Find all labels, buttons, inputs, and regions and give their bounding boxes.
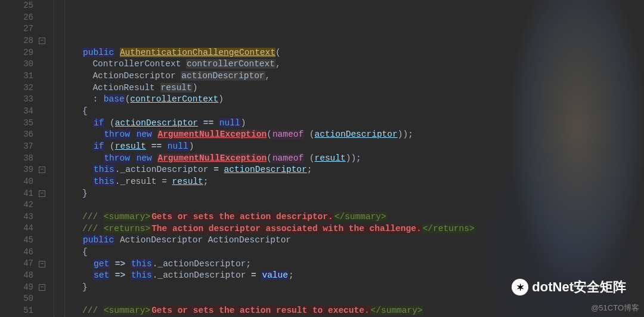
line-number: 41 [0,188,33,200]
code-line[interactable]: this._result = result; [49,176,644,188]
fold-toggle-icon[interactable]: − [39,284,45,291]
code-line[interactable]: throw new ArgumentNullException(nameof (… [49,153,644,165]
line-number: 48 [0,270,33,282]
fold-toggle-icon[interactable]: − [39,190,45,197]
code-line[interactable]: this._actionDescriptor = actionDescripto… [49,164,644,176]
line-number: 38 [0,153,33,165]
code-line[interactable]: { [49,106,644,118]
fold-column[interactable]: −−−−− [37,0,49,317]
line-number: 34 [0,106,33,118]
code-line[interactable]: ControllerContext controllerContext, [49,59,644,70]
code-line[interactable]: public ActionDescriptor ActionDescriptor [49,235,644,247]
code-line[interactable]: { [49,247,644,258]
brand-label: dotNet安全矩阵 [532,278,626,296]
line-number: 27 [0,23,33,35]
line-number: 43 [0,211,33,223]
code-line[interactable] [49,199,644,211]
code-line[interactable]: } [49,188,644,200]
line-number: 45 [0,235,33,247]
line-number: 26 [0,12,33,24]
line-number: 42 [0,199,33,211]
attribution-watermark: @51CTO博客 [591,303,639,313]
line-number: 46 [0,247,33,258]
code-line[interactable]: /// <summary>Gets or sets the action des… [49,211,644,223]
code-line[interactable]: public AuthenticationChallengeContext( [49,47,644,59]
line-number: 32 [0,82,33,94]
line-number: 29 [0,47,33,59]
line-number-gutter: 2526272829303132333435363738394041424344… [0,0,37,317]
code-line[interactable]: : base(controllerContext) [49,94,644,106]
code-line[interactable]: /// <summary>Gets or sets the action res… [49,305,644,317]
code-line[interactable]: ActionResult result) [49,82,644,94]
code-line[interactable]: /// <returns>The action descriptor assoc… [49,223,644,235]
line-number: 37 [0,141,33,153]
line-number: 35 [0,118,33,130]
fold-toggle-icon[interactable]: − [39,261,45,267]
line-number: 44 [0,223,33,235]
line-number: 30 [0,59,33,70]
code-line[interactable]: get => this._actionDescriptor; [49,258,644,270]
code-editor[interactable]: 2526272829303132333435363738394041424344… [0,0,644,317]
code-line[interactable]: throw new ArgumentNullException(nameof (… [49,129,644,141]
line-number: 25 [0,0,33,12]
code-line[interactable]: if (actionDescriptor == null) [49,118,644,130]
code-line[interactable]: if (result == null) [49,141,644,153]
line-number: 47 [0,258,33,270]
line-number: 51 [0,305,33,317]
brand-watermark: ✶ dotNet安全矩阵 [512,278,626,296]
fold-toggle-icon[interactable]: − [39,167,45,173]
code-area[interactable]: public AuthenticationChallengeContext( C… [49,0,644,317]
line-number: 50 [0,293,33,305]
line-number: 39 [0,164,33,176]
code-line[interactable]: ActionDescriptor actionDescriptor, [49,70,644,82]
line-number: 40 [0,176,33,188]
line-number: 33 [0,94,33,106]
line-number: 49 [0,282,33,294]
line-number: 28 [0,35,33,47]
line-number: 31 [0,70,33,82]
fold-toggle-icon[interactable]: − [39,38,45,44]
wechat-icon: ✶ [512,279,528,296]
line-number: 36 [0,129,33,141]
